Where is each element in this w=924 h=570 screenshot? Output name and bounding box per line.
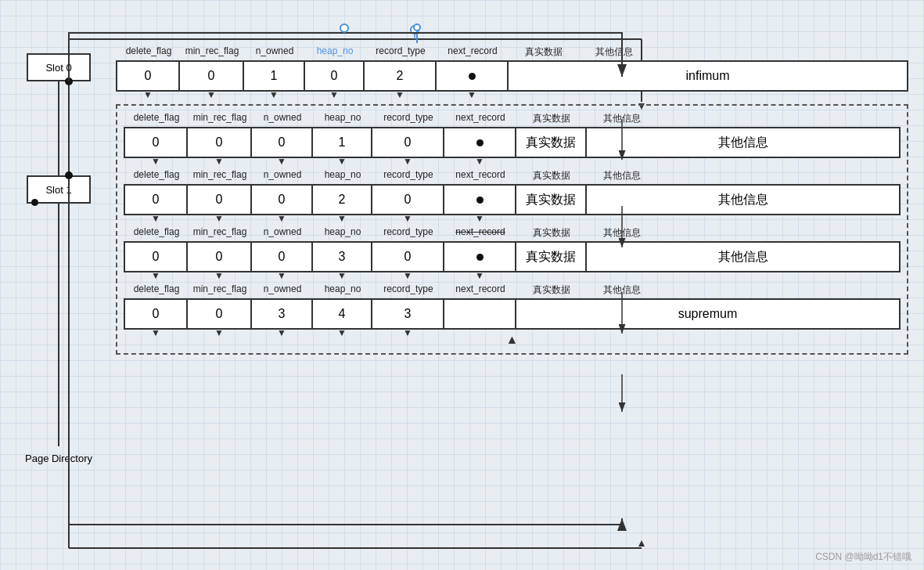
user-record-3-header: delete_flag min_rec_flag n_owned heap_no… [124,226,901,240]
infimum-record-row: 0 ▼ 0 ▼ 1 ▼ 0 ▼ 2 ▼ ▼ [116,60,908,92]
slot-0-label: Slot 0 [45,62,71,74]
supremum-record-row: 0▼ 0▼ 3▼ 4▼ 3▼ supremum [124,298,901,330]
user-record-2-row: 0▼ 0▼ 0▼ 2▼ 0▼ ▼ 真实数据 其他信息 [124,184,901,215]
user-record-1-row: 0▼ 0▼ 0▼ 1▼ 0▼ ▼ 真实数据 其他信息 [124,127,901,158]
user-record-2-header: delete_flag min_rec_flag n_owned heap_no… [124,169,901,182]
infimum-header: delete_flag min_rec_flag n_owned heap_no… [116,45,908,59]
user-record-3-row: 0▼ 0▼ 0▼ 3▼ 0▼ ▼ 真实数据 其他信息 [124,241,901,272]
slot-0-box: Slot 0 [27,53,91,81]
watermark: CSDN @呦呦d1不错哦 [815,550,911,564]
svg-marker-11 [638,540,645,547]
supremum-header: delete_flag min_rec_flag n_owned heap_no… [124,283,901,297]
slot-1-label: Slot 1 [45,184,71,196]
page-directory-label: Page Directory [25,451,92,467]
user-records-dashed-box: delete_flag min_rec_flag n_owned heap_no… [116,104,908,355]
user-record-1-header: delete_flag min_rec_flag n_owned heap_no… [124,112,901,125]
slot-1-box: Slot 1 [27,175,91,204]
